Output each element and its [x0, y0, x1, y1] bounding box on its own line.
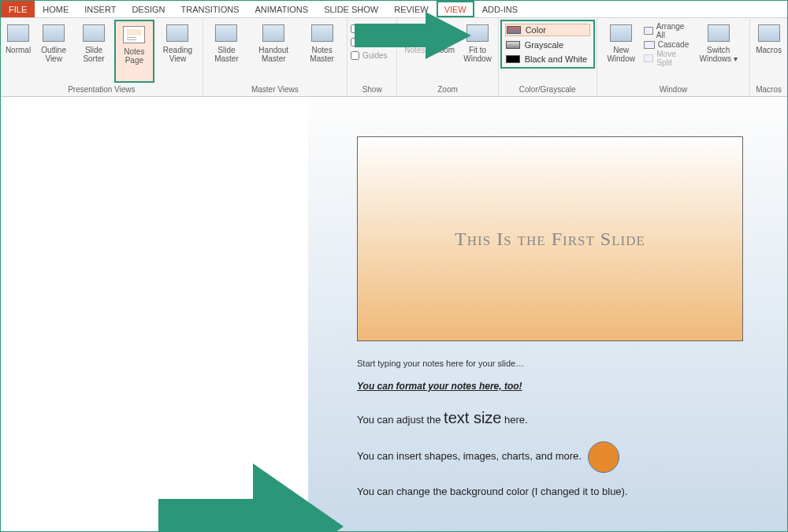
slide-title: This Is the First Slide: [455, 229, 645, 250]
cascade-button[interactable]: Cascade: [644, 40, 689, 49]
chevron-down-icon: ▾: [734, 54, 738, 63]
arrange-all-button[interactable]: Arrange All: [644, 22, 689, 39]
svg-marker-1: [355, 12, 471, 59]
notes-master-icon: [311, 24, 333, 42]
switch-windows-button[interactable]: Switch Windows ▾: [690, 20, 746, 83]
outline-icon: [43, 24, 65, 42]
outline-view-button[interactable]: Outline View: [34, 20, 73, 83]
slide-master-button[interactable]: Slide Master: [206, 20, 247, 83]
color-grayscale-box: Color Grayscale Black and White: [500, 20, 595, 69]
notes-line-2: You can format your notes here, too!: [357, 379, 748, 394]
cascade-icon: [644, 41, 655, 49]
tab-insert[interactable]: INSERT: [76, 1, 124, 17]
annotation-arrow-notes: [158, 456, 348, 532]
grayscale-option[interactable]: Grayscale: [505, 39, 590, 50]
reading-view-button[interactable]: Reading View: [156, 20, 199, 83]
notes-page-button[interactable]: Notes Page: [114, 20, 154, 83]
slide-thumbnail[interactable]: This Is the First Slide: [357, 136, 743, 341]
notes-line-1: Start typing your notes here for your sl…: [357, 357, 748, 371]
new-window-icon: [610, 24, 632, 42]
group-macros: Macros Macros: [750, 18, 787, 96]
tab-transitions[interactable]: TRANSITIONS: [173, 1, 247, 17]
arrange-icon: [644, 27, 653, 35]
switch-windows-icon: [708, 24, 730, 42]
workspace: This Is the First Slide Start typing you…: [1, 97, 787, 532]
group-label-color-grayscale: Color/Grayscale: [500, 84, 595, 95]
bw-swatch-icon: [506, 55, 520, 63]
normal-button[interactable]: Normal: [4, 20, 32, 83]
annotation-arrow-ribbon: [355, 12, 473, 59]
group-label-zoom: Zoom: [400, 84, 494, 95]
notes-page[interactable]: This Is the First Slide Start typing you…: [308, 97, 787, 532]
handout-master-icon: [262, 24, 284, 42]
notes-line-4: You can insert shapes, images, charts, a…: [357, 441, 748, 473]
tab-addins[interactable]: ADD-INS: [474, 1, 526, 17]
svg-marker-0: [158, 463, 344, 532]
color-option[interactable]: Color: [505, 24, 590, 36]
group-label-show: Show: [351, 84, 393, 95]
group-window: New Window Arrange All Cascade Move Spli…: [597, 18, 751, 96]
color-swatch-icon: [507, 26, 521, 34]
grayscale-swatch-icon: [506, 41, 520, 49]
split-icon: [644, 54, 654, 62]
notes-line-3: You can adjust the text size here.: [357, 405, 748, 430]
tab-design[interactable]: DESIGN: [124, 1, 173, 17]
notes-text-area[interactable]: Start typing your notes here for your sl…: [357, 357, 748, 500]
orange-circle-shape: [588, 441, 619, 473]
tab-animations[interactable]: ANIMATIONS: [247, 1, 317, 17]
notes-line-5: You can change the background color (I c…: [357, 484, 748, 500]
macros-button[interactable]: Macros: [753, 20, 784, 83]
reading-icon: [166, 24, 188, 42]
group-label-macros: Macros: [753, 84, 784, 95]
slide-master-icon: [215, 24, 237, 42]
group-label-window: Window: [600, 84, 747, 95]
bw-option[interactable]: Black and White: [505, 54, 590, 65]
notes-page-icon: [123, 26, 145, 43]
group-color-grayscale: Color Grayscale Black and White Color/Gr…: [499, 18, 597, 96]
tab-file[interactable]: FILE: [1, 1, 35, 17]
group-label-presentation-views: Presentation Views: [4, 84, 199, 95]
tab-home[interactable]: HOME: [35, 1, 76, 17]
group-master-views: Slide Master Handout Master Notes Master…: [203, 18, 348, 96]
move-split-button: Move Split: [644, 50, 689, 67]
normal-icon: [7, 24, 29, 42]
new-window-button[interactable]: New Window: [600, 20, 642, 83]
group-presentation-views: Normal Outline View Slide Sorter Notes P…: [1, 18, 203, 96]
slide-sorter-button[interactable]: Slide Sorter: [75, 20, 112, 83]
notes-master-button[interactable]: Notes Master: [300, 20, 344, 83]
macros-icon: [758, 24, 780, 42]
handout-master-button[interactable]: Handout Master: [248, 20, 299, 83]
group-label-master-views: Master Views: [206, 84, 344, 95]
sorter-icon: [83, 24, 105, 42]
